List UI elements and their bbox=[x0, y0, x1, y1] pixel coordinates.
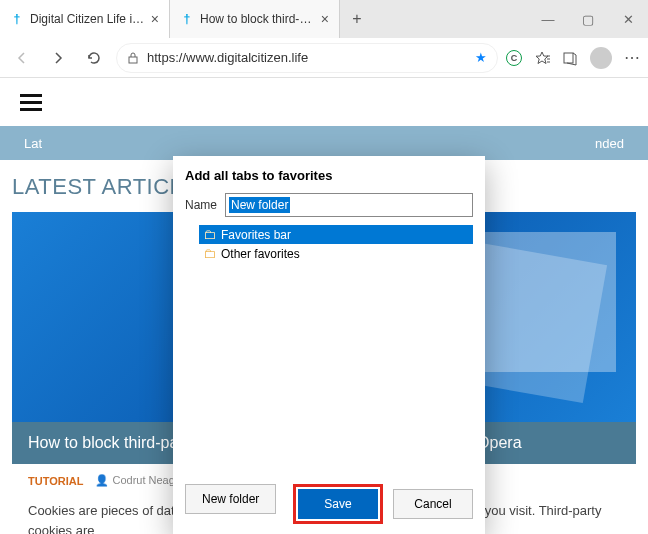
cancel-button[interactable]: Cancel bbox=[393, 489, 473, 519]
folder-tree[interactable]: 🗀 Favorites bar 🗀 Other favorites bbox=[185, 225, 473, 474]
extension-icon[interactable]: C bbox=[506, 50, 522, 66]
minimize-icon[interactable]: — bbox=[528, 0, 568, 38]
maximize-icon[interactable]: ▢ bbox=[568, 0, 608, 38]
window-controls: — ▢ ✕ bbox=[528, 0, 648, 38]
svg-rect-6 bbox=[564, 53, 573, 63]
new-folder-button[interactable]: New folder bbox=[185, 484, 276, 514]
favicon-icon: † bbox=[10, 12, 24, 26]
save-highlight: Save bbox=[293, 484, 383, 524]
page-content: Lat nded LATEST ARTICLE How to block thi… bbox=[0, 78, 648, 534]
folder-icon: 🗀 bbox=[203, 227, 216, 242]
svg-text:†: † bbox=[184, 12, 191, 26]
back-button[interactable] bbox=[8, 44, 36, 72]
toolbar: https://www.digitalcitizen.life ★ C ⋯ bbox=[0, 38, 648, 78]
svg-rect-2 bbox=[129, 57, 137, 63]
dialog-overlay: Add all tabs to favorites Name New folde… bbox=[0, 78, 648, 534]
favorites-icon[interactable] bbox=[534, 50, 550, 66]
favorite-star-icon[interactable]: ★ bbox=[475, 50, 487, 65]
favorites-dialog: Add all tabs to favorites Name New folde… bbox=[173, 156, 485, 534]
menu-icon[interactable]: ⋯ bbox=[624, 48, 640, 67]
tab-title: How to block third-party cookies bbox=[200, 12, 315, 26]
titlebar: † Digital Citizen Life in a digital wo ×… bbox=[0, 0, 648, 38]
name-row: Name New folder bbox=[185, 193, 473, 217]
save-button[interactable]: Save bbox=[298, 489, 378, 519]
tree-item-favorites-bar[interactable]: 🗀 Favorites bar bbox=[199, 225, 473, 244]
refresh-button[interactable] bbox=[80, 44, 108, 72]
collections-icon[interactable] bbox=[562, 50, 578, 66]
url-text: https://www.digitalcitizen.life bbox=[147, 50, 475, 65]
address-bar[interactable]: https://www.digitalcitizen.life ★ bbox=[116, 43, 498, 73]
lock-icon bbox=[127, 52, 139, 64]
tree-item-label: Favorites bar bbox=[221, 228, 291, 242]
tree-item-label: Other favorites bbox=[221, 247, 300, 261]
close-icon[interactable]: × bbox=[151, 11, 159, 27]
tab-1[interactable]: † How to block third-party cookies × bbox=[170, 0, 340, 38]
tab-title: Digital Citizen Life in a digital wo bbox=[30, 12, 145, 26]
toolbar-right: C ⋯ bbox=[506, 47, 640, 69]
favicon-icon: † bbox=[180, 12, 194, 26]
close-icon[interactable]: × bbox=[321, 11, 329, 27]
new-tab-button[interactable]: + bbox=[340, 0, 374, 38]
dialog-buttons: New folder Save Cancel bbox=[185, 484, 473, 524]
profile-avatar[interactable] bbox=[590, 47, 612, 69]
forward-button[interactable] bbox=[44, 44, 72, 72]
dialog-title: Add all tabs to favorites bbox=[185, 168, 473, 183]
name-input[interactable]: New folder bbox=[225, 193, 473, 217]
svg-text:†: † bbox=[14, 12, 21, 26]
tab-0[interactable]: † Digital Citizen Life in a digital wo × bbox=[0, 0, 170, 38]
close-window-icon[interactable]: ✕ bbox=[608, 0, 648, 38]
folder-icon: 🗀 bbox=[203, 246, 216, 261]
tree-item-other-favorites[interactable]: 🗀 Other favorites bbox=[199, 244, 473, 263]
name-label: Name bbox=[185, 198, 217, 212]
